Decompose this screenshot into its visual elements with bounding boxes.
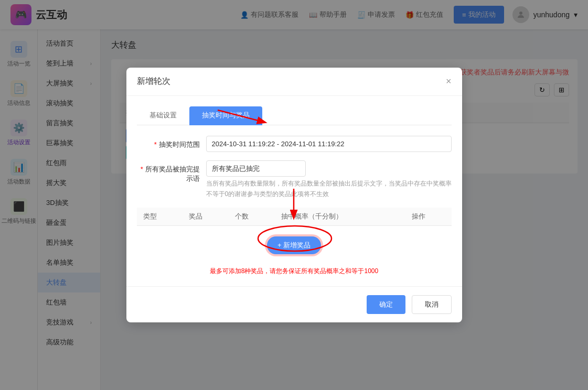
main-layout: ⊞ 活动一览 📄 活动信息 ⚙️ 活动设置 📊 活动数据 ⬛ 二维码与链接 活动… — [0, 29, 588, 390]
empty-label: 所有奖品被抽完提示语 — [137, 160, 200, 183]
time-range-input[interactable] — [206, 136, 452, 152]
empty-hint-text: 当所有奖品均有数量限制，所有奖品数量全部被抽出后提示文字，当奖品中存在中奖概率不… — [206, 179, 452, 199]
time-range-label: 抽奖时间范围 — [137, 136, 200, 149]
prize-table-header: 类型 奖品 个数 抽中概率（千分制） 操作 — [137, 208, 452, 226]
col-probability: 抽中概率（千分制） — [275, 208, 405, 226]
modal-dialog: 新增轮次 × 基础设置 抽奖时间与奖品 — [126, 68, 462, 322]
modal-body: 基础设置 抽奖时间与奖品 抽奖时间范围 所有奖品被抽完提示语 — [126, 96, 462, 286]
tab-prize[interactable]: 抽奖时间与奖品 — [189, 106, 262, 125]
modal-footer: 确定 取消 — [126, 286, 462, 322]
add-prize-button[interactable]: + 新增奖品 — [267, 236, 321, 254]
modal-overlay: 新增轮次 × 基础设置 抽奖时间与奖品 — [101, 29, 588, 390]
col-prize: 奖品 — [183, 208, 229, 226]
modal-header: 新增轮次 × — [126, 68, 462, 96]
tab-basic[interactable]: 基础设置 — [137, 106, 189, 125]
empty-field-wrapper: 当所有奖品均有数量限制，所有奖品数量全部被抽出后提示文字，当奖品中存在中奖概率不… — [206, 160, 452, 199]
cancel-button[interactable]: 取消 — [412, 295, 452, 314]
col-operation: 操作 — [405, 208, 452, 226]
empty-hint-input[interactable] — [206, 160, 306, 177]
col-count: 个数 — [229, 208, 275, 226]
main-content: 大转盘 获奖者奖品后请务必刷新大屏幕与微 ↻ ⊞ 操作 — [101, 29, 588, 390]
time-range-row: 抽奖时间范围 — [137, 136, 452, 152]
modal-title: 新增轮次 — [137, 76, 170, 87]
add-prize-wrapper: + 新增奖品 — [137, 226, 452, 265]
modal-tabs: 基础设置 抽奖时间与奖品 — [137, 106, 452, 125]
empty-hint-row: 所有奖品被抽完提示语 当所有奖品均有数量限制，所有奖品数量全部被抽出后提示文字，… — [137, 160, 452, 199]
col-type: 类型 — [137, 208, 183, 226]
modal-close-button[interactable]: × — [446, 76, 452, 87]
prize-hint: 最多可添加8种奖品，请您务保证所有奖品概率之和等于1000 — [137, 267, 452, 276]
prize-table: 类型 奖品 个数 抽中概率（千分制） 操作 — [137, 208, 452, 226]
confirm-button[interactable]: 确定 — [367, 295, 405, 314]
